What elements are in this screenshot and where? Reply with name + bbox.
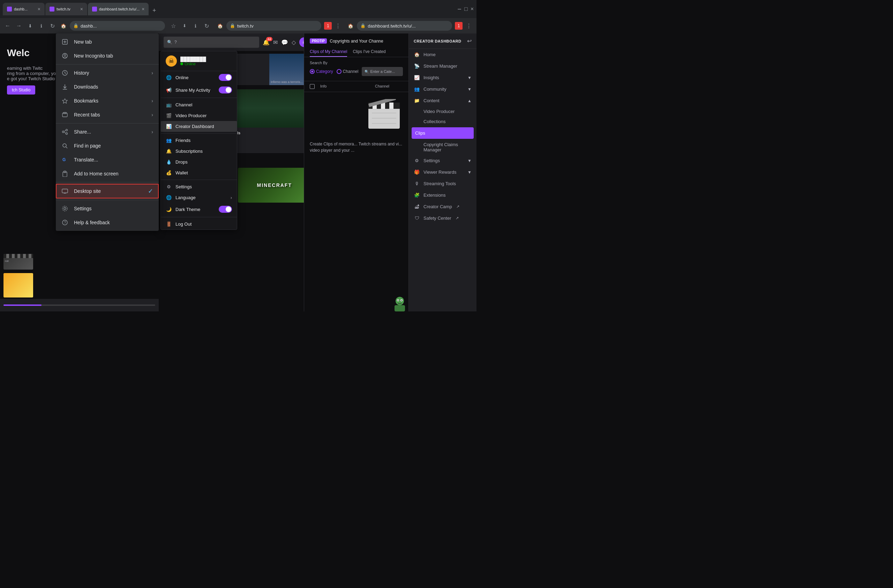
minecraft-card[interactable]: MINECRAFT xyxy=(238,168,311,203)
menu-item-desktop-site[interactable]: Desktop site ✓ xyxy=(56,184,159,199)
menu-item-recent-tabs[interactable]: Recent tabs › xyxy=(56,108,159,122)
sidebar-item-insights[interactable]: 📈 Insights ▼ xyxy=(409,72,477,83)
dropdown-channel[interactable]: 📺 Channel xyxy=(161,99,237,110)
reload-button[interactable]: ↻ xyxy=(47,21,57,31)
dropdown-logout[interactable]: 🚪 Log Out xyxy=(161,219,237,230)
sidebar-item-stream-manager[interactable]: 📡 Stream Manager xyxy=(409,60,477,72)
menu-item-settings[interactable]: Settings xyxy=(56,202,159,215)
sidebar-sub-copyright[interactable]: Copyright Claims Manager xyxy=(409,140,477,155)
sidebar-item-content[interactable]: 📁 Content ▲ xyxy=(409,95,477,106)
dropdown-video-producer[interactable]: 🎬 Video Producer xyxy=(161,110,237,121)
tab-close-3[interactable]: × xyxy=(141,6,144,12)
browser-tab-2[interactable]: twitch.tv × xyxy=(45,3,87,15)
sidebar-item-extensions[interactable]: 🧩 Extensions xyxy=(409,189,477,201)
sidebar-sub-clips[interactable]: Clips xyxy=(412,127,474,139)
menu-item-new-tab[interactable]: New tab xyxy=(56,35,159,49)
dropdown-friends[interactable]: 👥 Friends xyxy=(161,135,237,146)
tab-count-right[interactable]: 1 xyxy=(455,22,463,30)
home-button-mid[interactable]: 🏠 xyxy=(215,21,225,31)
prime-icon[interactable]: ◇ xyxy=(292,39,296,46)
dropdown-online[interactable]: 🌐 Online xyxy=(161,71,237,84)
share-toggle[interactable] xyxy=(219,86,232,93)
search-icon: 🔍 xyxy=(167,40,172,45)
info-button[interactable]: ℹ xyxy=(36,21,46,31)
downloads-btn2[interactable]: ⬇ xyxy=(180,21,189,31)
dark-theme-toggle[interactable] xyxy=(219,206,232,213)
downloads-button[interactable]: ⬇ xyxy=(25,21,35,31)
browser-tab-1[interactable]: dashb... × xyxy=(3,3,45,15)
menu-item-downloads[interactable]: Downloads xyxy=(56,80,159,94)
sidebar-item-settings[interactable]: ⚙ Settings ▼ xyxy=(409,155,477,166)
twitch-studio-btn[interactable]: tch Studio xyxy=(7,86,35,95)
tab-close-2[interactable]: × xyxy=(80,6,83,12)
sidebar-sub-video-producer[interactable]: Video Producer xyxy=(409,106,477,116)
drops-icon: 💧 xyxy=(166,159,172,165)
address-bar-mid[interactable]: 🔒 twitch.tv xyxy=(226,21,322,31)
minecraft-label: MINECRAFT xyxy=(257,182,292,188)
menu-item-translate[interactable]: G Translate... xyxy=(56,153,159,167)
sidebar-header: CREATOR DASHBOARD ↩ xyxy=(409,33,477,49)
search-box[interactable]: 🔍 ? xyxy=(164,37,259,48)
menu-item-add-home[interactable]: Add to Home screen xyxy=(56,167,159,180)
tab-close-1[interactable]: × xyxy=(38,6,41,12)
browse-header: 🔍 ? 🔔 44 ✉ 💬 ◇ ☠ xyxy=(159,33,314,51)
clapperboard-svg xyxy=(367,99,401,131)
activity-icon[interactable]: 💬 xyxy=(281,39,288,46)
svg-rect-0 xyxy=(368,106,400,129)
sidebar-item-safety-center[interactable]: 🛡 Safety Center ↗ xyxy=(409,212,477,224)
more-options-btn[interactable]: ⋮ xyxy=(333,21,343,31)
star-btn[interactable]: ☆ xyxy=(168,21,178,31)
home-button-right[interactable]: 🏠 xyxy=(346,21,355,31)
notifications-icon[interactable]: 🔔 44 xyxy=(263,39,270,46)
menu-item-history[interactable]: History › xyxy=(56,66,159,80)
forward-button[interactable]: → xyxy=(14,21,24,31)
search-category-input[interactable]: 🔍 Enter a Cate... xyxy=(362,67,403,76)
sidebar-collapse-btn[interactable]: ↩ xyxy=(467,38,472,44)
menu-item-find[interactable]: Find in page xyxy=(56,139,159,153)
stream-manager-label: Stream Manager xyxy=(424,63,457,69)
home-button-left[interactable]: 🏠 xyxy=(59,21,68,31)
back-button[interactable]: ← xyxy=(3,21,12,31)
minimize-btn[interactable]: − xyxy=(457,5,462,13)
video-producer-icon: 🎬 xyxy=(166,113,172,118)
sidebar-item-home[interactable]: 🏠 Home xyxy=(409,49,477,60)
dropdown-language[interactable]: 🌐 Language › xyxy=(161,192,237,203)
more-options-right[interactable]: ⋮ xyxy=(464,21,474,31)
browser-tab-3[interactable]: dashboard.twitch.tv/u/... × xyxy=(88,3,149,15)
dropdown-settings[interactable]: ⚙ Settings xyxy=(161,181,237,192)
menu-item-help[interactable]: ? Help & feedback xyxy=(56,215,159,230)
dropdown-drops[interactable]: 💧 Drops xyxy=(161,156,237,167)
extensions-label: Extensions xyxy=(424,192,446,198)
address-bar-left[interactable]: 🔒 dashb... xyxy=(70,21,165,31)
menu-item-bookmarks[interactable]: Bookmarks › xyxy=(56,94,159,108)
dropdown-wallet[interactable]: 💰 Wallet xyxy=(161,167,237,178)
radio-category[interactable]: Category xyxy=(310,69,333,74)
sidebar-item-creator-camp[interactable]: 🏕 Creator Camp ↗ xyxy=(409,201,477,212)
address-bar-right[interactable]: 🔒 dashboard.twitch.tv/u/... xyxy=(357,21,452,31)
menu-item-share[interactable]: Share... › xyxy=(56,125,159,139)
sidebar-item-community[interactable]: 👥 Community ▼ xyxy=(409,83,477,95)
sidebar-item-viewer-rewards[interactable]: 🎁 Viewer Rewards ▼ xyxy=(409,166,477,178)
dropdown-share-activity[interactable]: 📢 Share My Activity xyxy=(161,84,237,96)
sidebar-sub-collections[interactable]: Collections xyxy=(409,116,477,126)
inbox-icon[interactable]: ✉ xyxy=(273,39,278,46)
checkbox-all[interactable] xyxy=(310,84,317,89)
online-toggle[interactable] xyxy=(219,74,232,81)
close-btn[interactable]: × xyxy=(471,6,474,12)
clips-of-my-channel-tab[interactable]: Clips of My Channel xyxy=(310,47,347,57)
tab-count-btn[interactable]: 1 xyxy=(324,22,332,30)
sidebar-item-streaming-tools[interactable]: 🎙 Streaming Tools xyxy=(409,178,477,189)
svg-rect-37 xyxy=(62,189,68,193)
subscriptions-label: Subscriptions xyxy=(176,149,203,154)
svg-line-31 xyxy=(64,132,66,133)
new-tab-button[interactable]: + xyxy=(149,6,159,15)
maximize-btn[interactable]: □ xyxy=(464,6,468,12)
dropdown-dark-theme[interactable]: 🌙 Dark Theme xyxy=(161,203,237,215)
info-btn2[interactable]: ℹ xyxy=(191,21,201,31)
dropdown-subscriptions[interactable]: 🔔 Subscriptions xyxy=(161,146,237,156)
radio-channel[interactable]: Channel xyxy=(337,69,359,74)
clips-ive-created-tab[interactable]: Clips I've Created xyxy=(353,47,385,57)
dropdown-creator-dashboard[interactable]: 📊 Creator Dashboard xyxy=(161,121,237,132)
refresh-btn[interactable]: ↻ xyxy=(202,21,212,31)
menu-item-incognito[interactable]: New Incognito tab xyxy=(56,49,159,63)
